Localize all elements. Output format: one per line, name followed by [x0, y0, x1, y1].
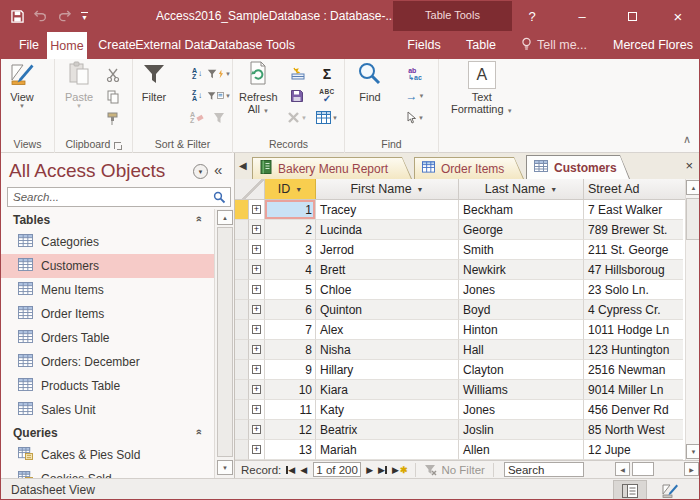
select-icon[interactable]: ▼: [403, 108, 427, 127]
scroll-up-icon[interactable]: ▲: [686, 180, 700, 195]
clipboard-dialog-launcher[interactable]: [114, 142, 121, 149]
expand-row-cell[interactable]: +: [249, 220, 265, 240]
refresh-all-button[interactable]: RefreshAll ▼: [239, 61, 278, 117]
find-button[interactable]: Find: [357, 61, 383, 103]
save-record-icon[interactable]: [285, 86, 309, 105]
tab-file[interactable]: File: [11, 31, 47, 59]
expand-row-cell[interactable]: +: [249, 280, 265, 300]
column-header-street-address[interactable]: Street Ad: [584, 179, 683, 199]
cell-id[interactable]: 2: [265, 220, 316, 240]
close-object-icon[interactable]: ×: [685, 159, 693, 172]
cell-first-name[interactable]: Nisha: [316, 340, 459, 360]
new-record-icon[interactable]: [285, 64, 309, 83]
cell-last-name[interactable]: George: [459, 220, 584, 240]
expand-row-cell[interactable]: +: [249, 320, 265, 340]
cell-id[interactable]: 12: [265, 420, 316, 440]
expand-row-cell[interactable]: +: [249, 200, 265, 220]
nav-item-order-items[interactable]: Order Items: [1, 302, 215, 326]
horizontal-scrollbar[interactable]: ◀ ▶: [615, 461, 699, 477]
cell-id[interactable]: 7: [265, 320, 316, 340]
doc-tab-bakery-menu-report[interactable]: Bakery Menu Report: [252, 157, 412, 179]
row-selector[interactable]: [235, 260, 249, 280]
collapse-ribbon-icon[interactable]: ∧: [683, 133, 691, 146]
cell-street-address[interactable]: 1011 Hodge Ln: [584, 320, 683, 340]
collapse-section-icon[interactable]: »: [192, 216, 204, 222]
tab-external-data[interactable]: External Data: [135, 31, 211, 59]
column-header-id[interactable]: ID▼: [265, 179, 316, 199]
search-icon[interactable]: [213, 191, 226, 207]
expand-row-cell[interactable]: +: [249, 300, 265, 320]
cell-last-name[interactable]: Hinton: [459, 320, 584, 340]
cell-last-name[interactable]: Newkirk: [459, 260, 584, 280]
filter-button[interactable]: Filter: [141, 61, 167, 103]
datasheet-vertical-scrollbar[interactable]: ▲ ▼: [685, 179, 700, 460]
close-button[interactable]: ×: [663, 1, 693, 31]
first-record-icon[interactable]: ◀: [286, 465, 295, 475]
nav-item-sales-unit[interactable]: Sales Unit: [1, 398, 215, 422]
collapse-section-icon[interactable]: »: [192, 429, 204, 435]
cell-last-name[interactable]: Williams: [459, 380, 584, 400]
account-name[interactable]: Merced Flores: [613, 31, 693, 59]
expand-row-cell[interactable]: +: [249, 360, 265, 380]
nav-scroll-down-icon[interactable]: ▼: [217, 460, 233, 475]
expand-row-cell[interactable]: +: [249, 380, 265, 400]
tab-create[interactable]: Create: [93, 31, 141, 59]
cell-last-name[interactable]: Allen: [459, 440, 584, 460]
cell-street-address[interactable]: 123 Huntington: [584, 340, 683, 360]
expand-row-icon[interactable]: +: [252, 305, 261, 314]
tab-table[interactable]: Table: [457, 31, 505, 59]
redo-icon[interactable]: [57, 10, 72, 23]
cell-last-name[interactable]: Clayton: [459, 360, 584, 380]
cell-last-name[interactable]: Jones: [459, 400, 584, 420]
datasheet-view-button[interactable]: [613, 480, 647, 500]
expand-row-icon[interactable]: +: [252, 445, 261, 454]
cell-first-name[interactable]: Hillary: [316, 360, 459, 380]
cell-first-name[interactable]: Chloe: [316, 280, 459, 300]
save-icon[interactable]: [11, 10, 24, 23]
doc-tab-order-items[interactable]: Order Items: [414, 157, 524, 179]
cell-id[interactable]: 1: [265, 200, 316, 220]
expand-row-icon[interactable]: +: [252, 265, 261, 274]
nav-item-products-table[interactable]: Products Table: [1, 374, 215, 398]
toggle-filter-icon[interactable]: [207, 108, 231, 127]
undo-icon[interactable]: [33, 10, 48, 23]
expand-row-icon[interactable]: +: [252, 365, 261, 374]
expand-row-icon[interactable]: +: [252, 225, 261, 234]
chevron-down-icon[interactable]: ▼: [550, 186, 557, 193]
nav-section-header-queries[interactable]: Queries»: [1, 422, 215, 443]
scroll-down-icon[interactable]: ▼: [686, 444, 700, 459]
expand-row-cell[interactable]: +: [249, 340, 265, 360]
cell-street-address[interactable]: 211 St. George: [584, 240, 683, 260]
nav-item-cakes-pies-sold[interactable]: Cakes & Pies Sold: [1, 443, 215, 467]
row-selector[interactable]: [235, 420, 249, 440]
view-button[interactable]: View ▼: [9, 61, 35, 109]
select-all-cell[interactable]: [235, 179, 265, 199]
nav-item-customers[interactable]: Customers: [1, 254, 215, 278]
tell-me-box[interactable]: Tell me...: [521, 31, 587, 59]
doc-tab-customers[interactable]: Customers: [526, 155, 630, 179]
customize-qat-icon[interactable]: ▼: [81, 12, 88, 21]
expand-row-icon[interactable]: +: [252, 345, 261, 354]
expand-row-icon[interactable]: +: [252, 405, 261, 414]
goto-icon[interactable]: →▼: [403, 86, 427, 105]
replace-icon[interactable]: ab↳ac: [403, 64, 427, 83]
cell-street-address[interactable]: 789 Brewer St.: [584, 220, 683, 240]
cell-street-address[interactable]: 456 Denver Rd: [584, 400, 683, 420]
row-selector[interactable]: [235, 360, 249, 380]
cell-last-name[interactable]: Jones: [459, 280, 584, 300]
row-selector[interactable]: [235, 400, 249, 420]
nav-item-categories[interactable]: Categories: [1, 230, 215, 254]
more-records-icon[interactable]: ▼: [315, 108, 339, 127]
cell-first-name[interactable]: Katy: [316, 400, 459, 420]
row-selector[interactable]: [235, 200, 249, 220]
expand-row-icon[interactable]: +: [252, 205, 261, 214]
expand-row-icon[interactable]: +: [252, 245, 261, 254]
row-selector[interactable]: [235, 320, 249, 340]
cell-street-address[interactable]: 47 Hillsboroug: [584, 260, 683, 280]
row-selector[interactable]: [235, 440, 249, 460]
tab-database-tools[interactable]: Database Tools: [209, 31, 295, 59]
cell-first-name[interactable]: Quinton: [316, 300, 459, 320]
nav-pane-menu-icon[interactable]: ▼: [193, 164, 208, 179]
no-filter-label[interactable]: No Filter: [441, 464, 484, 476]
nav-item-menu-items[interactable]: Menu Items: [1, 278, 215, 302]
